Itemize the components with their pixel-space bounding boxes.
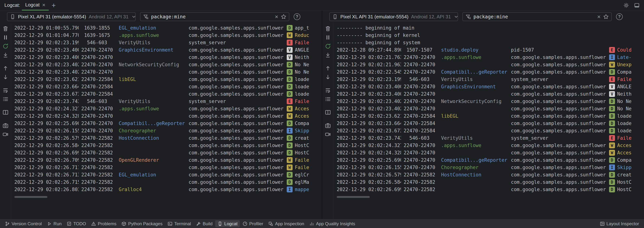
log-row[interactable]: 2022-12-28 09:27:44.890 1507-1507studio.… bbox=[334, 46, 644, 54]
log-row[interactable]: --------- beginning of system bbox=[334, 39, 644, 46]
tab-logcat[interactable]: Logcat × bbox=[22, 0, 49, 10]
statusbar-item-todo[interactable]: TODO bbox=[64, 220, 88, 227]
scrollbar-thumb[interactable] bbox=[337, 196, 370, 198]
log-row[interactable]: 2022-12-29 02:02:25.69022470-22470Compat… bbox=[11, 120, 322, 127]
log-row[interactable]: 2022-12-29 02:02:23.199 546-603VerityUti… bbox=[334, 76, 644, 83]
gear-icon[interactable] bbox=[624, 2, 629, 8]
pause-logcat-icon[interactable] bbox=[324, 34, 332, 41]
hide-tool-window-icon[interactable] bbox=[634, 2, 640, 8]
log-row[interactable]: --------- beginning of kernel bbox=[334, 31, 644, 39]
scroll-to-end-icon[interactable] bbox=[2, 51, 9, 59]
clear-logcat-icon[interactable] bbox=[2, 25, 9, 32]
help-icon[interactable]: ? bbox=[616, 13, 623, 20]
pause-logcat-icon[interactable] bbox=[2, 34, 9, 41]
previous-occurrence-icon[interactable] bbox=[324, 65, 332, 72]
restart-logcat-icon[interactable] bbox=[324, 43, 332, 50]
horizontal-scrollbar[interactable] bbox=[337, 196, 644, 198]
log-row[interactable]: 2022-12-29 02:02:26.15522470-22470Choreo… bbox=[11, 127, 322, 134]
clear-filter-icon[interactable]: × bbox=[597, 14, 601, 20]
statusbar-item-terminal[interactable]: Terminal bbox=[165, 220, 193, 227]
log-row[interactable]: 2022-12-29 02:02:26.71122470-22582com.go… bbox=[11, 164, 322, 171]
filter-field[interactable]: package:mine × bbox=[462, 12, 612, 21]
log-row[interactable]: 2022-12-29 02:02:23.199 546-603VerityUti… bbox=[11, 39, 322, 46]
scroll-to-end-icon[interactable] bbox=[324, 51, 332, 59]
log-row[interactable]: 2022-12-29 02:02:21.76322470-22470.apps.… bbox=[334, 54, 644, 61]
log-row[interactable]: 2022-12-29 02:02:24.32722470-22470.apps.… bbox=[334, 142, 644, 149]
log-row[interactable]: 2022-12-29 02:02:26.58422470-22582com.go… bbox=[334, 179, 644, 186]
log-row[interactable]: 2022-12-29 02:02:23.40222470-22470Networ… bbox=[334, 98, 644, 105]
log-row[interactable]: 2022-12-29 01:00:55.790 1639-1855EGL_emu… bbox=[11, 24, 322, 31]
log-row[interactable]: 2022-12-29 02:02:26.58422470-22582com.go… bbox=[11, 142, 322, 149]
screenshot-icon[interactable] bbox=[2, 122, 9, 129]
log-row[interactable]: 2022-12-29 02:02:23.67322470-22584com.go… bbox=[334, 127, 644, 134]
log-row[interactable]: 2022-12-29 02:02:26.69922470-22582com.go… bbox=[334, 186, 644, 193]
split-panels-icon[interactable] bbox=[324, 109, 332, 116]
statusbar-item-build[interactable]: Build bbox=[194, 220, 215, 227]
statusbar-item-app-quality-insights[interactable]: App Quality Insights bbox=[307, 220, 358, 227]
clear-filter-icon[interactable]: × bbox=[275, 14, 278, 20]
statusbar-item-python-packages[interactable]: Python Packages bbox=[119, 220, 165, 227]
previous-occurrence-icon[interactable] bbox=[2, 65, 9, 72]
log-row[interactable]: 2022-12-29 02:02:23.743 546-603VerityUti… bbox=[334, 134, 644, 142]
log-row[interactable]: --------- beginning of main bbox=[334, 24, 644, 31]
split-panels-icon[interactable] bbox=[2, 109, 9, 116]
log-row[interactable]: 2022-12-29 02:02:24.32722470-22470.apps.… bbox=[11, 105, 322, 112]
log-row[interactable]: 2022-12-29 02:02:23.62122470-22584libEGL… bbox=[334, 112, 644, 120]
next-occurrence-icon[interactable] bbox=[2, 73, 9, 81]
close-tab-icon[interactable]: × bbox=[42, 2, 46, 8]
statusbar-item-problems[interactable]: Problems bbox=[89, 220, 119, 227]
log-row[interactable]: 2022-12-29 02:02:25.69022470-22470Compat… bbox=[334, 156, 644, 164]
clear-logcat-icon[interactable] bbox=[324, 25, 332, 32]
log-row[interactable]: 2022-12-29 02:02:22.54522470-22470Compat… bbox=[334, 68, 644, 76]
log-row[interactable]: 2022-12-29 02:02:26.71322470-22582EGL_em… bbox=[11, 171, 322, 179]
restart-logcat-icon[interactable] bbox=[2, 43, 9, 50]
statusbar-item-app-inspection[interactable]: App Inspection bbox=[266, 220, 306, 227]
help-icon[interactable]: ? bbox=[294, 13, 300, 20]
log-row[interactable]: 2022-12-29 02:02:26.69922470-22582com.go… bbox=[11, 149, 322, 156]
filter-field[interactable]: package:mine × bbox=[140, 12, 289, 21]
log-row[interactable]: 2022-12-29 02:02:26.57922470-22582HostCo… bbox=[334, 171, 644, 179]
log-row[interactable]: 2022-12-29 02:02:24.32822470-22470com.go… bbox=[11, 112, 322, 120]
log-row[interactable]: 2022-12-29 02:02:23.40222470-22470Networ… bbox=[11, 61, 322, 68]
scrollbar-thumb[interactable] bbox=[14, 196, 48, 198]
log-row[interactable]: 2022-12-29 02:02:24.32822470-22470com.go… bbox=[334, 149, 644, 156]
screen-record-icon[interactable] bbox=[2, 131, 9, 138]
log-row[interactable]: 2022-12-29 02:02:23.62122470-22584libEGL… bbox=[11, 76, 322, 83]
log-row[interactable]: 2022-12-29 02:02:26.71522470-22582com.go… bbox=[11, 179, 322, 186]
add-tab-button[interactable]: + bbox=[52, 2, 56, 9]
statusbar-item-layout-inspector[interactable]: Layout Inspector bbox=[598, 220, 642, 227]
statusbar-item-profiler[interactable]: Profiler bbox=[240, 220, 266, 227]
log-row[interactable]: 2022-12-29 02:02:26.15522470-22470Choreo… bbox=[334, 164, 644, 171]
screenshot-icon[interactable] bbox=[324, 122, 332, 129]
log-row[interactable]: 2022-12-29 02:02:23.40022470-22470Graphi… bbox=[334, 83, 644, 90]
formatting-options-icon[interactable] bbox=[2, 95, 9, 103]
next-occurrence-icon[interactable] bbox=[324, 73, 332, 81]
formatting-options-icon[interactable] bbox=[324, 95, 332, 103]
favorite-star-icon[interactable] bbox=[603, 14, 609, 19]
statusbar-item-logcat[interactable]: Logcat bbox=[215, 220, 240, 227]
log-row[interactable]: 2022-12-29 02:02:21.96322470-22470com.go… bbox=[334, 61, 644, 68]
log-row[interactable]: 2022-12-29 02:02:26.57922470-22582HostCo… bbox=[11, 134, 322, 142]
log-row[interactable]: 2022-12-29 02:02:23.40222470-22470com.go… bbox=[11, 68, 322, 76]
log-row[interactable]: 2022-12-29 02:02:23.40022470-22470Graphi… bbox=[11, 46, 322, 54]
horizontal-scrollbar[interactable] bbox=[14, 196, 322, 198]
soft-wrap-icon[interactable] bbox=[324, 87, 332, 94]
log-row[interactable]: 2022-12-29 02:02:26.70922470-22582OpenGL… bbox=[11, 156, 322, 164]
log-row[interactable]: 2022-12-29 02:02:26.80322470-22582Grallo… bbox=[11, 186, 322, 193]
log-row[interactable]: 2022-12-29 02:02:23.40022470-22470com.go… bbox=[334, 90, 644, 98]
log-row[interactable]: 2022-12-29 02:02:23.66422470-22584com.go… bbox=[11, 83, 322, 90]
statusbar-item-version-control[interactable]: Version Control bbox=[2, 220, 44, 227]
filter-input[interactable]: package:mine bbox=[474, 14, 594, 19]
log-row[interactable]: 2022-12-29 01:01:04.770 1639-1675.apps.s… bbox=[11, 31, 322, 39]
filter-input[interactable]: package:mine bbox=[151, 14, 272, 19]
log-row[interactable]: 2022-12-29 02:02:23.66422470-22584com.go… bbox=[334, 120, 644, 127]
device-selector[interactable]: Pixel XL API 31 (emulator-5554) Android … bbox=[329, 12, 458, 21]
log-row[interactable]: 2022-12-29 02:02:23.40022470-22470com.go… bbox=[11, 54, 322, 61]
log-row[interactable]: 2022-12-29 02:02:23.743 546-603VerityUti… bbox=[11, 98, 322, 105]
screen-record-icon[interactable] bbox=[324, 131, 332, 138]
log-row[interactable]: 2022-12-29 02:02:23.40222470-22470com.go… bbox=[334, 105, 644, 112]
statusbar-item-run[interactable]: Run bbox=[44, 220, 64, 227]
log-row[interactable]: 2022-12-29 02:02:23.67322470-22584com.go… bbox=[11, 90, 322, 98]
device-selector[interactable]: Pixel XL API 31 (emulator-5554) Android … bbox=[7, 12, 136, 21]
soft-wrap-icon[interactable] bbox=[2, 87, 9, 94]
